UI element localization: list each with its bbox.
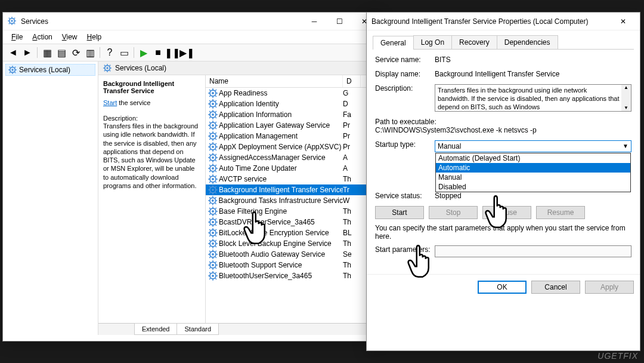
services-icon [8,17,17,26]
selected-service-name: Background Intelligent Transfer Service [103,80,200,94]
toolbar: ◄ ► ▦ ▤ ⟳ ▥ ? ▭ ▶ ■ ❚❚ ▶❚ [3,44,381,61]
tab-standard[interactable]: Standard [177,324,219,335]
service-row[interactable]: Block Level Backup Engine ServiceTh [206,238,381,249]
gear-icon [8,66,17,74]
back-button[interactable]: ◄ [7,46,20,59]
menu-view[interactable]: View [58,32,81,42]
service-row[interactable]: Bluetooth Support ServiceTh [206,260,381,270]
window-title: Services [21,17,302,26]
service-name-value: BITS [435,56,631,64]
gear-icon [208,164,218,173]
service-row[interactable]: BluetoothUserService_3a465Th [206,270,381,281]
service-status-label: Service status: [375,192,435,200]
display-name-value: Background Intelligent Transfer Service [435,70,631,78]
option-manual[interactable]: Manual [436,173,630,182]
help-button[interactable]: ? [103,46,116,59]
options-button[interactable]: ▭ [117,46,131,59]
export-button[interactable]: ▥ [83,46,97,59]
forward-button[interactable]: ► [21,46,34,59]
service-row[interactable]: BcastDVRUserService_3a465Th [206,217,381,227]
tab-recovery[interactable]: Recovery [451,35,497,49]
start-service-button[interactable]: ▶ [137,46,150,59]
view-tabs: Extended Standard [98,323,381,335]
service-row[interactable]: Application Layer Gateway ServicePr [206,120,381,131]
gear-icon [208,185,218,195]
tab-extended[interactable]: Extended [134,324,177,335]
gear-icon [208,260,218,270]
gear-icon [208,217,218,227]
service-row[interactable]: Application ManagementPr [206,131,381,141]
service-row[interactable]: AssignedAccessManager ServiceA [206,152,381,163]
restart-service-button[interactable]: ▶❚ [180,46,193,59]
tab-dependencies[interactable]: Dependencies [497,35,558,49]
close-button[interactable]: ✕ [611,13,635,30]
start-link[interactable]: Start [103,99,117,106]
service-row[interactable]: Base Filtering EngineTh [206,206,381,217]
gear-icon [103,64,112,72]
apply-button[interactable]: Apply [585,281,634,294]
cancel-button[interactable]: Cancel [531,281,580,294]
service-row[interactable]: BitLocker Drive Encryption ServiceBL [206,227,381,238]
option-automatic[interactable]: Automatic [436,163,630,173]
scrollbar[interactable]: ▲▼ [621,85,631,111]
gear-icon [208,207,218,216]
service-row[interactable]: Background Intelligent Transfer ServiceT… [206,184,381,195]
gear-icon [208,88,218,98]
menubar: File Action View Help [3,30,381,44]
minimize-button[interactable]: ─ [302,13,326,30]
service-row[interactable]: AppX Deployment Service (AppXSVC)Pr [206,141,381,152]
startup-type-dropdown: Automatic (Delayed Start) Automatic Manu… [435,153,631,192]
refresh-button[interactable]: ⟳ [69,46,82,59]
path-value: C:\WINDOWS\System32\svchost.exe -k netsv… [375,126,537,134]
start-button[interactable]: Start [375,206,424,219]
property-tabs: General Log On Recovery Dependencies [373,35,634,50]
menu-action[interactable]: Action [29,32,55,42]
service-row[interactable]: Background Tasks Infrastructure ServiceW [206,195,381,206]
gear-icon [208,110,218,119]
menu-file[interactable]: File [8,32,26,42]
service-name-label: Service name: [375,56,435,64]
ok-button[interactable]: OK [478,281,527,294]
stop-service-button[interactable]: ■ [151,46,165,59]
dialog-title: Background Intelligent Transfer Service … [371,17,611,26]
content-header: Services (Local) [98,61,381,75]
stop-button[interactable]: Stop [429,206,478,219]
gear-icon [208,271,218,281]
service-row[interactable]: Application IdentityD [206,99,381,109]
pause-button[interactable]: Pause [482,206,531,219]
services-window: Services ─ ☐ ✕ File Action View Help ◄ ►… [2,12,382,342]
gear-icon [208,131,218,141]
service-row[interactable]: AVCTP serviceTh [206,174,381,184]
tab-logon[interactable]: Log On [413,35,452,49]
properties-button[interactable]: ▤ [55,46,68,59]
tree-services-local[interactable]: Services (Local) [5,64,95,76]
description-box[interactable]: Transfers files in the background using … [435,84,631,112]
description-label: Description: [375,84,435,93]
column-name[interactable]: Name [206,75,343,87]
watermark: UGETFIX [597,351,638,361]
gear-icon [208,153,218,162]
services-list[interactable]: Name D App ReadinessGApplication Identit… [206,75,381,323]
service-row[interactable]: App ReadinessG [206,88,381,99]
startup-type-label: Startup type: [375,140,435,149]
service-row[interactable]: Auto Time Zone UpdaterA [206,163,381,174]
startup-type-combo[interactable]: Manual ▼ Automatic (Delayed Start) Autom… [435,140,631,152]
service-row[interactable]: Bluetooth Audio Gateway ServiceSe [206,249,381,260]
start-params-hint: You can specify the start parameters tha… [375,224,631,241]
option-disabled[interactable]: Disabled [436,182,630,192]
chevron-down-icon: ▼ [623,143,628,149]
option-auto-delayed[interactable]: Automatic (Delayed Start) [436,153,630,163]
service-row[interactable]: Application InformationFa [206,109,381,120]
menu-help[interactable]: Help [83,32,106,42]
titlebar[interactable]: Services ─ ☐ ✕ [3,13,381,30]
start-params-input[interactable] [435,245,631,257]
start-params-label: Start parameters: [375,245,435,254]
description-pane: Background Intelligent Transfer Service … [98,75,206,323]
column-description[interactable]: D [343,75,361,87]
show-hide-tree-button[interactable]: ▦ [41,46,54,59]
pause-service-button[interactable]: ❚❚ [166,46,179,59]
resume-button[interactable]: Resume [536,206,585,219]
maximize-button[interactable]: ☐ [327,13,351,30]
gear-icon [208,239,218,248]
tab-general[interactable]: General [373,36,414,50]
